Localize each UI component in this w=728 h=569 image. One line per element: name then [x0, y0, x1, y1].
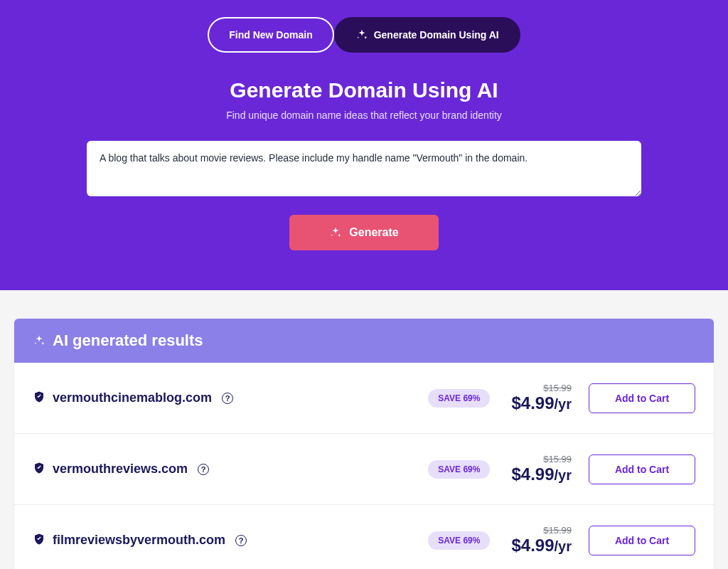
- domain-name: filmreviewsbyvermouth.com: [53, 533, 225, 548]
- help-icon[interactable]: ?: [222, 393, 233, 404]
- tab-find-domain[interactable]: Find New Domain: [208, 17, 333, 53]
- price-cell: $15.99 $4.99/yr: [511, 525, 572, 555]
- price-cell: $15.99 $4.99/yr: [511, 454, 572, 484]
- domain-cell: vermouthcinemablog.com ?: [33, 390, 407, 407]
- add-to-cart-button[interactable]: Add to Cart: [589, 454, 695, 484]
- results-header-text: AI generated results: [53, 331, 203, 350]
- domain-name: vermouthreviews.com: [53, 462, 188, 477]
- tab-generate-ai-label: Generate Domain Using AI: [374, 29, 499, 41]
- generate-button-label: Generate: [349, 226, 398, 239]
- help-icon[interactable]: ?: [235, 535, 247, 546]
- hero-section: Find New Domain Generate Domain Using AI…: [0, 0, 728, 290]
- old-price: $15.99: [511, 454, 572, 464]
- new-price: $4.99/yr: [511, 393, 572, 413]
- page-title: Generate Domain Using AI: [0, 78, 728, 102]
- save-badge: SAVE 69%: [428, 460, 490, 479]
- sparkle-icon: [33, 334, 46, 347]
- shield-icon: [33, 461, 46, 478]
- result-row: vermouthcinemablog.com ? SAVE 69% $15.99…: [14, 363, 714, 434]
- tab-find-domain-label: Find New Domain: [229, 29, 312, 41]
- new-price: $4.99/yr: [511, 464, 572, 484]
- shield-icon: [33, 390, 46, 407]
- results-card: AI generated results vermouthcinemablog.…: [14, 319, 714, 569]
- results-section: AI generated results vermouthcinemablog.…: [0, 290, 728, 569]
- help-icon[interactable]: ?: [198, 464, 209, 475]
- price-period: /yr: [555, 396, 572, 413]
- price-amount: $4.99: [511, 393, 554, 413]
- old-price: $15.99: [511, 525, 572, 536]
- tab-bar: Find New Domain Generate Domain Using AI: [0, 17, 728, 53]
- save-badge: SAVE 69%: [428, 389, 490, 408]
- domain-cell: filmreviewsbyvermouth.com ?: [33, 532, 407, 549]
- result-row: vermouthreviews.com ? SAVE 69% $15.99 $4…: [14, 434, 714, 505]
- tab-generate-ai[interactable]: Generate Domain Using AI: [334, 17, 520, 53]
- price-cell: $15.99 $4.99/yr: [511, 383, 572, 413]
- add-to-cart-button[interactable]: Add to Cart: [589, 526, 695, 555]
- sparkle-icon: [329, 226, 342, 239]
- generate-button[interactable]: Generate: [289, 215, 438, 250]
- page-subtitle: Find unique domain name ideas that refle…: [0, 110, 728, 121]
- prompt-input[interactable]: [87, 141, 641, 196]
- price-amount: $4.99: [511, 464, 554, 484]
- results-header: AI generated results: [14, 319, 714, 363]
- save-badge: SAVE 69%: [428, 531, 490, 550]
- domain-name: vermouthcinemablog.com: [53, 390, 212, 405]
- prompt-input-wrapper: [73, 141, 655, 199]
- price-amount: $4.99: [511, 536, 554, 555]
- domain-cell: vermouthreviews.com ?: [33, 461, 407, 478]
- result-row: filmreviewsbyvermouth.com ? SAVE 69% $15…: [14, 505, 714, 569]
- shield-icon: [33, 532, 46, 549]
- price-period: /yr: [555, 538, 572, 555]
- add-to-cart-button[interactable]: Add to Cart: [589, 383, 695, 413]
- price-period: /yr: [555, 467, 572, 484]
- sparkle-icon: [355, 28, 368, 41]
- new-price: $4.99/yr: [511, 536, 572, 555]
- old-price: $15.99: [511, 383, 572, 393]
